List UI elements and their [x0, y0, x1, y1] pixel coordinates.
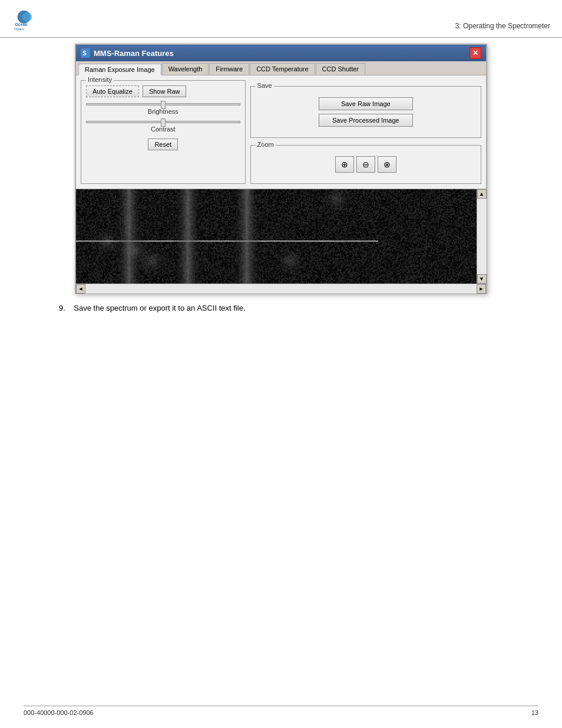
zoom-group: Zoom ⊕ ⊖ ⊗: [250, 145, 481, 184]
dialog-title-icon: S: [81, 48, 90, 58]
zoom-in-button[interactable]: ⊕: [335, 156, 354, 173]
intensity-group-title: Intensity: [86, 76, 114, 83]
step-number: 9.: [59, 304, 65, 312]
zoom-out-button[interactable]: ⊖: [356, 156, 375, 173]
show-raw-button[interactable]: Show Raw: [143, 85, 187, 97]
page-header: Ocean Optics First in Photonics™ 3: Oper…: [0, 0, 562, 38]
save-group-title: Save: [256, 82, 274, 89]
ocean-optics-logo: Ocean Optics First in Photonics™: [12, 6, 44, 32]
doc-number: 000-40000-000-02-0906: [24, 709, 94, 716]
zoom-buttons: ⊕ ⊖ ⊗: [256, 150, 476, 179]
close-button[interactable]: ✕: [470, 47, 481, 59]
svg-text:First in Photonics™: First in Photonics™: [14, 32, 35, 32]
scroll-track-h[interactable]: [85, 284, 477, 294]
save-zoom-panel: Save Save Raw Image Save Processed Image…: [250, 80, 481, 184]
scroll-up-arrow[interactable]: ▲: [477, 189, 487, 199]
zoom-reset-icon: ⊗: [384, 160, 391, 169]
image-area-container: ▲ ▼ ◄ ►: [76, 189, 486, 293]
zoom-out-icon: ⊖: [362, 160, 369, 169]
dialog-body: Intensity Auto Equalize Show Raw Brightn…: [76, 75, 486, 189]
page-content: S MMS-Raman Features ✕ Raman Exposure Im…: [0, 44, 562, 312]
page-number: 13: [531, 709, 538, 716]
tab-ccd-shutter[interactable]: CCD Shutter: [316, 63, 365, 75]
save-group: Save Save Raw Image Save Processed Image: [250, 86, 481, 138]
save-buttons: Save Raw Image Save Processed Image: [256, 91, 476, 133]
reset-button[interactable]: Reset: [148, 139, 178, 150]
step-description: Save the spectrum or export it to an ASC…: [74, 304, 245, 312]
tab-ccd-temperature[interactable]: CCD Temperature: [250, 63, 315, 75]
titlebar-left: S MMS-Raman Features: [81, 48, 174, 58]
svg-text:S: S: [82, 50, 87, 57]
brightness-thumb[interactable]: [161, 101, 166, 109]
tab-raman-exposure[interactable]: Raman Exposure Image: [78, 64, 161, 75]
svg-text:Ocean: Ocean: [15, 22, 28, 27]
brightness-slider-container: Brightness: [86, 103, 240, 115]
chapter-title: 3: Operating the Spectrometer: [455, 22, 550, 32]
zoom-in-icon: ⊕: [341, 160, 348, 169]
step-text: 9. Save the spectrum or export it to an …: [59, 304, 538, 312]
save-processed-image-button[interactable]: Save Processed Image: [319, 114, 413, 127]
vertical-scrollbar[interactable]: ▲ ▼: [477, 189, 486, 284]
contrast-track[interactable]: [86, 121, 240, 123]
tab-bar: Raman Exposure Image Wavelength Firmware…: [76, 61, 486, 75]
tab-wavelength[interactable]: Wavelength: [162, 63, 209, 75]
intensity-buttons: Auto Equalize Show Raw: [86, 85, 240, 97]
zoom-group-title: Zoom: [256, 141, 276, 148]
dialog-title: MMS-Raman Features: [94, 49, 174, 58]
spectrum-image: [76, 189, 477, 284]
horizontal-scrollbar[interactable]: ◄ ►: [76, 284, 486, 293]
reset-container: Reset: [86, 139, 240, 150]
image-row: ▲ ▼: [76, 189, 486, 284]
brightness-track[interactable]: [86, 103, 240, 106]
logo-area: Ocean Optics First in Photonics™: [12, 6, 44, 32]
tab-firmware[interactable]: Firmware: [209, 63, 249, 75]
svg-point-1: [22, 12, 32, 22]
scroll-track-v[interactable]: [477, 199, 487, 274]
scroll-left-arrow[interactable]: ◄: [76, 284, 85, 294]
scroll-down-arrow[interactable]: ▼: [477, 274, 487, 284]
auto-equalize-button[interactable]: Auto Equalize: [86, 85, 139, 97]
contrast-slider-container: Contrast: [86, 121, 240, 133]
page-footer: 000-40000-000-02-0906 13: [24, 706, 538, 716]
svg-text:Optics: Optics: [14, 27, 24, 31]
zoom-reset-button[interactable]: ⊗: [378, 156, 396, 173]
scroll-right-arrow[interactable]: ►: [477, 284, 486, 294]
dialog-titlebar: S MMS-Raman Features ✕: [76, 45, 486, 61]
intensity-group: Intensity Auto Equalize Show Raw Brightn…: [81, 80, 246, 184]
save-raw-image-button[interactable]: Save Raw Image: [319, 97, 413, 110]
spectrum-canvas: [76, 189, 479, 284]
contrast-thumb[interactable]: [161, 118, 166, 127]
dialog-window: S MMS-Raman Features ✕ Raman Exposure Im…: [75, 44, 487, 294]
